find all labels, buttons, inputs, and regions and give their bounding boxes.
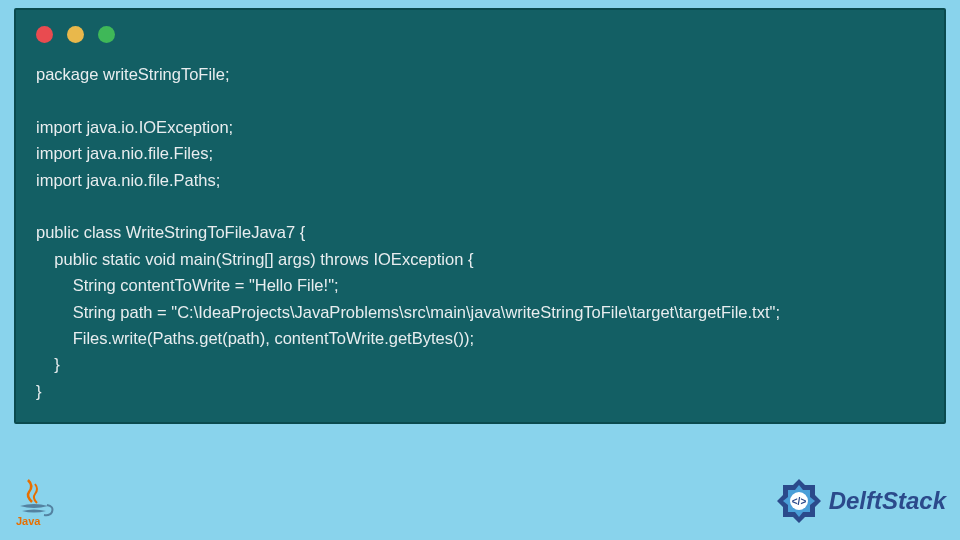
svg-text:Java: Java (16, 515, 41, 526)
code-block: package writeStringToFile; import java.i… (36, 61, 924, 404)
delftstack-logo: </> DelftStack (775, 477, 946, 525)
footer: Java </> DelftStack (14, 472, 946, 530)
window-minimize-icon[interactable] (67, 26, 84, 43)
svg-text:</>: </> (791, 496, 806, 507)
java-logo: Java (14, 476, 54, 526)
delftstack-icon: </> (775, 477, 823, 525)
window-controls (36, 26, 924, 43)
java-icon: Java (14, 476, 54, 526)
window-maximize-icon[interactable] (98, 26, 115, 43)
window-close-icon[interactable] (36, 26, 53, 43)
code-window: package writeStringToFile; import java.i… (14, 8, 946, 424)
delftstack-text: DelftStack (829, 487, 946, 515)
